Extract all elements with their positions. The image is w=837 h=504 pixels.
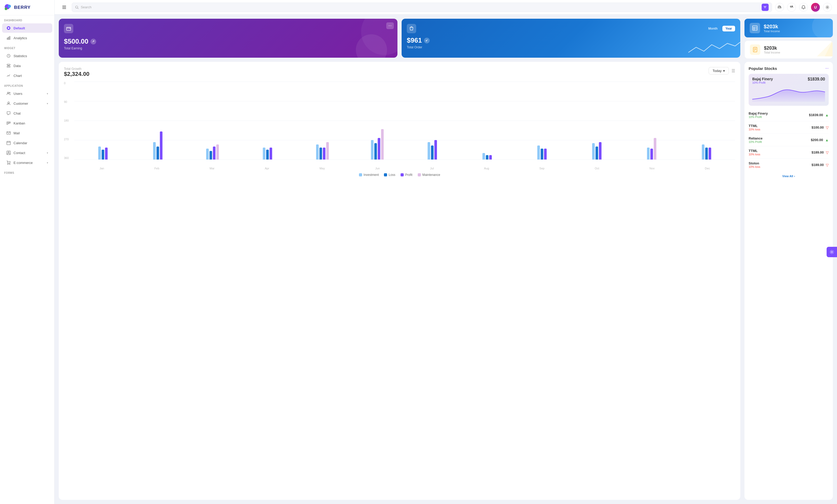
svg-rect-5 (10, 36, 10, 39)
bar-maintenance-mar (216, 145, 219, 160)
order-card: Month Year $961 ↙ Total Order (402, 19, 740, 58)
x-label-jul: Jul (430, 167, 434, 170)
svg-point-34 (827, 6, 828, 8)
x-label-aug: Aug (484, 167, 489, 170)
total-income-card-white: $203k Total Income (745, 40, 833, 59)
chart-inner (74, 81, 735, 160)
bar-group-jul (405, 140, 460, 160)
earning-more-button[interactable]: ··· (386, 22, 394, 29)
mail-icon (6, 131, 11, 135)
sidebar-item-kanban[interactable]: Kanban (2, 118, 52, 128)
order-trend-down-icon: ↙ (424, 38, 430, 43)
bar-group-nov (624, 138, 679, 160)
stock-list: Bajaj Finery 10% Profit $1839.00 ▲ TTML … (749, 109, 829, 171)
app-name: BERRY (14, 5, 31, 10)
notification-button[interactable] (799, 3, 808, 12)
income2-label: Total Income (764, 51, 780, 54)
earning-card: ··· $500.00 ↗ Total Earning (59, 19, 397, 58)
bar-investment-dec (702, 145, 705, 160)
toggle-year-button[interactable]: Year (723, 26, 735, 32)
sidebar-label-default: Default (14, 26, 25, 30)
settings-fab-icon (830, 250, 834, 254)
income1-label: Total Income (764, 30, 780, 33)
stocks-more-button[interactable]: ··· (825, 66, 829, 71)
broadcast-button[interactable] (775, 3, 784, 12)
toggle-month-button[interactable]: Month (705, 26, 721, 32)
stock-name-0: Bajaj Finery (749, 111, 768, 115)
x-label-apr: Apr (265, 167, 269, 170)
menu-button[interactable] (60, 3, 69, 12)
sidebar-item-analytics[interactable]: Analytics (2, 33, 52, 43)
bar-profit-may (323, 148, 325, 160)
bar-investment-aug (482, 153, 485, 160)
stock-row-2: Reliance 10% Profit $200.00 ▲ (749, 134, 829, 146)
bar-loss-apr (266, 150, 269, 160)
today-filter-button[interactable]: Today ▾ (709, 67, 729, 75)
stock-sub-0: 10% Profit (749, 115, 768, 118)
chart-menu-button[interactable]: ☰ (731, 68, 735, 73)
analytics-icon (6, 36, 11, 40)
x-label-nov: Nov (649, 167, 655, 170)
featured-stock-info: Bajaj Finery 10% Profit (752, 77, 773, 84)
customer-icon (6, 101, 11, 106)
sidebar-label-customer: Customer (14, 101, 28, 106)
stock-price-row-2: $200.00 ▲ (811, 138, 829, 142)
card-decoration (812, 41, 833, 58)
growth-chart-title: Total Growth (64, 67, 89, 71)
svg-point-22 (8, 152, 10, 153)
sidebar-item-mail[interactable]: Mail (2, 128, 52, 138)
bar-loss-jan (102, 150, 104, 160)
settings-button[interactable] (823, 3, 832, 12)
search-bar (72, 3, 772, 12)
bar-loss-mar (210, 151, 212, 160)
bar-loss-sep (541, 149, 543, 160)
sidebar-item-chart[interactable]: Chart (2, 71, 52, 80)
sidebar-item-users[interactable]: Users ▾ (2, 89, 52, 98)
avatar[interactable]: U (811, 3, 820, 12)
x-label-may: May (319, 167, 325, 170)
sidebar-item-calendar[interactable]: Calendar (2, 138, 52, 148)
search-input[interactable] (81, 5, 760, 9)
cards-row: ··· $500.00 ↗ Total Earning (59, 19, 740, 58)
sidebar-label-statistics: Statistics (14, 54, 27, 58)
x-label-jan: Jan (100, 167, 104, 170)
svg-rect-8 (7, 66, 10, 67)
svg-point-24 (10, 164, 10, 165)
search-filter-button[interactable] (762, 4, 769, 11)
x-axis: JanFebMarAprMayJunJulAugSepOctNovDec (74, 165, 735, 170)
legend-dot-investment (359, 173, 362, 176)
bar-investment-sep (537, 146, 540, 160)
stock-info-0: Bajaj Finery 10% Profit (749, 111, 768, 118)
featured-stock-profit: 10% Profit (752, 81, 773, 84)
sidebar-item-statistics[interactable]: Statistics (2, 51, 52, 60)
stock-trend-3: ▽ (826, 150, 829, 154)
sidebar-item-contact[interactable]: Contact ▾ (2, 148, 52, 157)
sidebar-item-default[interactable]: Default (2, 23, 52, 33)
stock-name-1: TTML (749, 124, 760, 128)
bar-profit-apr (270, 148, 272, 160)
chart-icon (6, 73, 11, 78)
section-label-forms: Forms (0, 168, 54, 175)
sidebar-item-chat[interactable]: Chat (2, 109, 52, 118)
order-wave-chart (688, 37, 740, 58)
sidebar-item-data[interactable]: Data (2, 61, 52, 70)
settings-fab[interactable] (826, 247, 837, 257)
growth-chart-amount: $2,324.00 (64, 71, 89, 77)
stock-name-2: Reliance (749, 136, 762, 140)
triangle-decoration (812, 41, 833, 56)
svg-rect-35 (67, 27, 71, 31)
translate-button[interactable] (787, 3, 796, 12)
featured-stock-chart (752, 86, 825, 102)
view-all-link[interactable]: View All › (749, 171, 829, 179)
legend-maintenance: Maintenance (418, 173, 440, 177)
bar-profit-jul (434, 140, 437, 160)
sidebar-item-ecommerce[interactable]: E-commerce ▾ (2, 158, 52, 167)
bar-group-may (295, 142, 350, 160)
stock-price-row-3: $189.00 ▽ (812, 150, 829, 154)
stock-name-3: TTML (749, 149, 760, 153)
sidebar-item-customer[interactable]: Customer ▾ (2, 99, 52, 108)
bar-maintenance-jun (381, 129, 384, 160)
stock-row-4: Stolon 10% loss $189.00 ▽ (749, 159, 829, 171)
stock-info-2: Reliance 10% Profit (749, 136, 762, 144)
svg-rect-14 (8, 122, 9, 124)
